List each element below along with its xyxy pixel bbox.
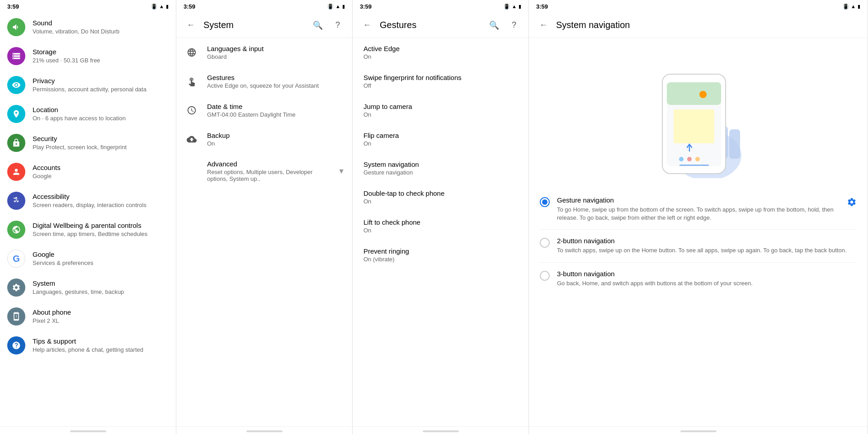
nav-option-title-threebutton: 3-button navigation [557, 270, 857, 278]
panel-4-header: ← System navigation [529, 13, 868, 38]
settings-subtitle-location: On · 6 apps have access to location [33, 115, 169, 123]
vibrate-icon-4: 📳 [843, 4, 849, 9]
nav-option-desc-gesture: To go Home, swipe up from the bottom of … [557, 206, 840, 222]
settings-item-accounts[interactable]: Accounts Google [0, 157, 176, 186]
nav-option-desc-twobutton: To switch apps, swipe up on the Home but… [557, 246, 857, 255]
settings-text-location: Location On · 6 apps have access to loca… [33, 105, 169, 123]
settings-item-privacy[interactable]: Privacy Permissions, account activity, p… [0, 71, 176, 99]
gesture-item-swipefingerprint[interactable]: Swipe fingerprint for notifications Off [353, 67, 528, 96]
gesture-title-doubletap: Double-tap to check phone [363, 189, 521, 197]
status-bar-2: 3:59 📳 ▲ ▮ [176, 0, 352, 13]
radio-gesture[interactable] [540, 197, 550, 207]
menu-subtitle-advanced: Reset options, Multiple users, Developer… [207, 169, 330, 182]
bottom-bar-1 [0, 426, 176, 434]
nav-option-twobutton[interactable]: 2-button navigation To switch apps, swip… [540, 230, 857, 262]
gesture-text-doubletap: Double-tap to check phone On [363, 189, 521, 205]
icon-security [7, 134, 25, 152]
system-item-languages[interactable]: Languages & input Gboard [176, 38, 352, 67]
settings-text-digitalwellbeing: Digital Wellbeing & parental controls Sc… [33, 221, 169, 238]
settings-item-aboutphone[interactable]: About phone Pixel 2 XL [0, 302, 176, 331]
gestures-list: Active Edge On Swipe fingerprint for not… [353, 38, 528, 426]
search-button-3[interactable]: 🔍 [487, 18, 501, 33]
gesture-text-lifttocheckphone: Lift to check phone On [363, 218, 521, 234]
system-item-gestures[interactable]: Gestures Active Edge on, squeeze for you… [176, 67, 352, 96]
settings-text-google: Google Services & preferences [33, 250, 169, 267]
status-icons-1: 📳 ▲ ▮ [151, 4, 169, 9]
nav-option-title-gesture: Gesture navigation [557, 196, 840, 204]
nav-option-gesture[interactable]: Gesture navigation To go Home, swipe up … [540, 189, 857, 230]
settings-item-accessibility[interactable]: Accessibility Screen readers, display, i… [0, 186, 176, 215]
back-button-4[interactable]: ← [536, 18, 551, 33]
back-button-3[interactable]: ← [360, 18, 374, 33]
search-button-2[interactable]: 🔍 [311, 18, 325, 33]
settings-item-tips[interactable]: Tips & support Help articles, phone & ch… [0, 331, 176, 360]
settings-text-tips: Tips & support Help articles, phone & ch… [33, 337, 169, 354]
gesture-item-doubletap[interactable]: Double-tap to check phone On [353, 183, 528, 212]
menu-subtitle-backup: On [207, 140, 345, 147]
menu-subtitle-datetime: GMT-04:00 Eastern Daylight Time [207, 111, 345, 118]
svg-rect-5 [729, 129, 740, 159]
system-menu-list: Languages & input Gboard Gestures Active… [176, 38, 352, 426]
gesture-item-flipcamera[interactable]: Flip camera On [353, 125, 528, 154]
panel-2-title: System [203, 20, 305, 30]
gesture-text-activeedge: Active Edge On [363, 45, 521, 60]
settings-item-security[interactable]: Security Play Protect, screen lock, fing… [0, 128, 176, 157]
panel-main-settings: 3:59 📳 ▲ ▮ Sound Volume, vibration, Do N… [0, 0, 176, 434]
vibrate-icon-2: 📳 [327, 4, 334, 9]
gesture-subtitle-flipcamera: On [363, 140, 521, 147]
nav-option-threebutton[interactable]: 3-button navigation Go back, Home, and s… [540, 263, 857, 295]
settings-title-location: Location [33, 105, 169, 114]
settings-list: Sound Volume, vibration, Do Not Disturb … [0, 13, 176, 426]
system-item-backup[interactable]: Backup On [176, 125, 352, 154]
gesture-item-systemnavigation[interactable]: System navigation Gesture navigation [353, 154, 528, 183]
settings-item-sound[interactable]: Sound Volume, vibration, Do Not Disturb [0, 13, 176, 42]
help-button-2[interactable]: ? [330, 18, 345, 33]
gesture-item-jumptocamera[interactable]: Jump to camera On [353, 96, 528, 125]
gesture-title-jumptocamera: Jump to camera [363, 103, 521, 110]
system-item-datetime[interactable]: Date & time GMT-04:00 Eastern Daylight T… [176, 96, 352, 125]
bottom-pill-2 [246, 430, 283, 432]
settings-subtitle-accessibility: Screen readers, display, interaction con… [33, 202, 169, 209]
phone-illustration [540, 38, 857, 189]
settings-item-google[interactable]: G Google Services & preferences [0, 244, 176, 273]
gesture-text-swipefingerprint: Swipe fingerprint for notifications Off [363, 74, 521, 89]
nav-option-desc-threebutton: Go back, Home, and switch apps with butt… [557, 279, 857, 288]
nav-options-list: Gesture navigation To go Home, swipe up … [540, 189, 857, 295]
status-icons-4: 📳 ▲ ▮ [843, 4, 860, 9]
gesture-item-preventringing[interactable]: Prevent ringing On (vibrate) [353, 241, 528, 269]
status-bar-3: 3:59 📳 ▲ ▮ [353, 0, 528, 13]
chevron-icon-advanced: ▼ [338, 167, 345, 175]
settings-item-location[interactable]: Location On · 6 apps have access to loca… [0, 99, 176, 128]
menu-text-datetime: Date & time GMT-04:00 Eastern Daylight T… [207, 103, 345, 118]
bottom-bar-4 [529, 426, 868, 434]
menu-subtitle-languages: Gboard [207, 53, 345, 60]
back-button-2[interactable]: ← [184, 18, 198, 33]
settings-item-digitalwellbeing[interactable]: Digital Wellbeing & parental controls Sc… [0, 215, 176, 244]
menu-title-languages: Languages & input [207, 45, 345, 52]
radio-threebutton[interactable] [540, 271, 550, 281]
gear-icon-gesture[interactable] [847, 197, 857, 209]
gesture-subtitle-jumptocamera: On [363, 111, 521, 118]
settings-title-system: System [33, 279, 169, 288]
settings-item-system[interactable]: System Languages, gestures, time, backup [0, 273, 176, 302]
icon-privacy [7, 76, 25, 94]
nav-panel-content: Gesture navigation To go Home, swipe up … [529, 38, 868, 426]
wifi-icon-4: ▲ [851, 4, 856, 9]
settings-item-storage[interactable]: Storage 21% used · 50.31 GB free [0, 42, 176, 71]
menu-text-backup: Backup On [207, 132, 345, 147]
settings-title-accessibility: Accessibility [33, 192, 169, 201]
help-button-3[interactable]: ? [507, 18, 521, 33]
icon-sound [7, 18, 25, 36]
battery-icon: ▮ [166, 4, 169, 9]
phone-svg [649, 47, 748, 178]
system-item-advanced[interactable]: Advanced Reset options, Multiple users, … [176, 154, 352, 189]
gesture-item-activeedge[interactable]: Active Edge On [353, 38, 528, 67]
panel-system: 3:59 📳 ▲ ▮ ← System 🔍 ? Languages & inpu… [176, 0, 353, 434]
radio-twobutton[interactable] [540, 238, 550, 248]
vibrate-icon: 📳 [151, 4, 157, 9]
settings-text-storage: Storage 21% used · 50.31 GB free [33, 47, 169, 65]
gesture-text-preventringing: Prevent ringing On (vibrate) [363, 247, 521, 263]
icon-accessibility [7, 192, 25, 210]
gesture-item-lifttocheckphone[interactable]: Lift to check phone On [353, 212, 528, 241]
settings-title-accounts: Accounts [33, 163, 169, 172]
